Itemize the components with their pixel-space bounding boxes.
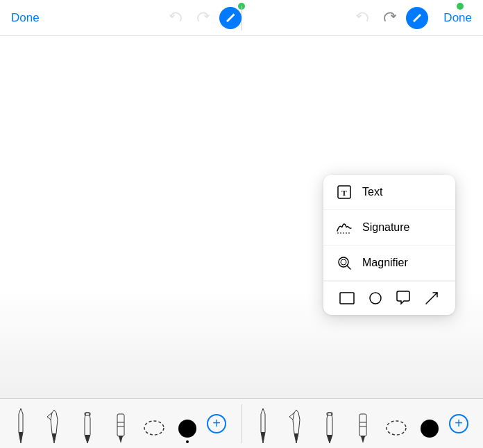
- arrow-icon[interactable]: [422, 288, 441, 308]
- svg-point-5: [341, 259, 346, 265]
- markup-button-left[interactable]: [219, 7, 242, 29]
- rect-icon[interactable]: [337, 288, 357, 308]
- plus-button-left[interactable]: +: [207, 414, 226, 433]
- status-dot-right: [457, 3, 464, 10]
- popup-item-text-label: Text: [362, 186, 382, 198]
- svg-rect-17: [359, 414, 366, 436]
- rlasso-tool[interactable]: [381, 404, 412, 443]
- svg-point-7: [370, 293, 381, 304]
- toolbar-left: +: [0, 404, 242, 443]
- svg-rect-6: [340, 293, 354, 304]
- svg-line-8: [426, 293, 437, 304]
- popup-menu: T Text Signature: [323, 175, 455, 315]
- undo-button-right[interactable]: [353, 8, 373, 28]
- done-button-right[interactable]: Done: [443, 11, 472, 25]
- top-bar: Done: [0, 0, 483, 36]
- toolbar-right: +: [242, 404, 483, 443]
- redo-button-left[interactable]: [193, 8, 212, 28]
- top-bar-right: Done: [242, 7, 472, 29]
- signature-icon: [336, 219, 353, 236]
- pen-tool-3[interactable]: [72, 404, 103, 443]
- popup-item-text[interactable]: T Text: [323, 175, 455, 210]
- plus-button-right[interactable]: +: [449, 414, 468, 433]
- svg-point-22: [421, 420, 439, 438]
- eraser-tool[interactable]: [105, 404, 136, 443]
- magnifier-icon: [336, 255, 353, 271]
- lasso-tool[interactable]: [139, 404, 169, 443]
- popup-item-magnifier[interactable]: Magnifier: [323, 245, 455, 281]
- popup-shapes-row: [323, 281, 455, 315]
- circle-icon[interactable]: [366, 288, 385, 308]
- top-bar-left: Done: [11, 7, 242, 29]
- toolbar-icons-right: [353, 7, 428, 29]
- rpen-tool-2[interactable]: [281, 404, 312, 443]
- svg-line-4: [347, 266, 350, 269]
- pen-tool-2[interactable]: [39, 404, 69, 443]
- text-icon: T: [336, 184, 353, 200]
- svg-rect-10: [117, 414, 124, 436]
- undo-button-left[interactable]: [167, 8, 186, 28]
- rfilled-circle-tool[interactable]: [414, 404, 445, 443]
- pen-tool-1[interactable]: [6, 404, 36, 443]
- popup-item-magnifier-label: Magnifier: [362, 257, 408, 269]
- toolbar-icons-left: [167, 7, 242, 29]
- popup-item-signature[interactable]: Signature: [323, 210, 455, 245]
- reraser-tool[interactable]: [348, 404, 378, 443]
- svg-point-15: [178, 420, 196, 438]
- markup-button-right[interactable]: [406, 7, 428, 29]
- redo-button-right[interactable]: [380, 8, 399, 28]
- speech-bubble-icon[interactable]: [393, 288, 413, 308]
- popup-item-signature-label: Signature: [362, 221, 410, 234]
- filled-circle-tool[interactable]: [172, 404, 203, 443]
- rpen-tool-3[interactable]: [314, 404, 345, 443]
- svg-point-14: [144, 421, 164, 435]
- canvas-area[interactable]: T Text Signature: [0, 36, 483, 398]
- svg-point-21: [387, 421, 406, 435]
- bar-divider: [242, 6, 242, 31]
- rpen-tool-1[interactable]: [248, 404, 278, 443]
- svg-text:T: T: [341, 189, 347, 197]
- bottom-toolbar: +: [0, 398, 483, 448]
- done-button-left[interactable]: Done: [11, 11, 40, 25]
